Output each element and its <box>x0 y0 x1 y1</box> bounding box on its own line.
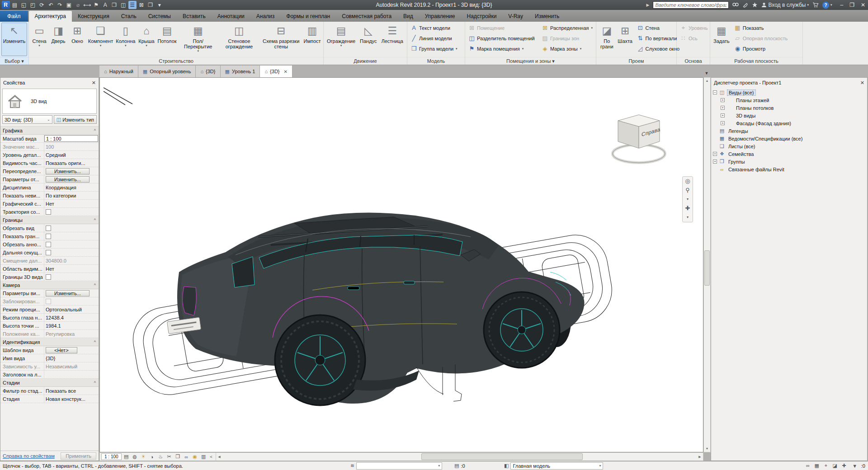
scroll-up-icon[interactable]: ▲ <box>706 78 709 84</box>
modify-button[interactable]: ↖ Изменить▾ <box>1 23 27 56</box>
wall-button[interactable]: ▭ Стена▾ <box>30 23 48 56</box>
tree-item-revit-links[interactable]: ∞ Связанные файлы Revit <box>713 165 867 173</box>
render-dialog-icon[interactable]: ♨ <box>156 453 165 461</box>
ref-plane-button[interactable]: ▱ Опорная плоскость▾ <box>732 33 789 43</box>
temporary-hide-isolate-icon[interactable]: ∞ <box>182 453 191 461</box>
property-value[interactable]: Показать ориги... <box>44 159 99 167</box>
view-tab-ref-level[interactable]: ▦ Опорный уровень <box>138 66 196 77</box>
detail-level-icon[interactable]: ▤ <box>122 453 131 461</box>
show-workplane-button[interactable]: ▦ Показать▾ <box>732 23 789 33</box>
save-icon[interactable]: ◰ <box>29 1 37 9</box>
open-icon[interactable]: ◱ <box>20 1 28 9</box>
tab-collaborate[interactable]: Совместная работа <box>336 11 397 22</box>
column-button[interactable]: ▯ Колонна▾ <box>115 23 137 56</box>
property-value[interactable]: Регулировка <box>44 330 99 338</box>
property-value[interactable] <box>44 240 99 248</box>
editable-elements-icon[interactable]: ▤ <box>454 463 459 469</box>
tree-item-3d-views[interactable]: + 3D виды <box>713 112 867 119</box>
drag-on-selection-icon[interactable]: ✚ <box>840 463 849 469</box>
tree-expander-icon[interactable]: + <box>721 113 725 118</box>
property-value[interactable] <box>44 297 99 305</box>
property-value[interactable]: <Нет> <box>44 346 99 354</box>
property-value[interactable] <box>44 224 99 232</box>
property-value[interactable]: 304800.0 <box>44 257 99 264</box>
horizontal-scroll-thumb[interactable] <box>421 453 583 460</box>
worksets-icon[interactable]: ≋ <box>350 463 354 469</box>
room-separator-button[interactable]: ◫ Разделитель помещений▾ <box>467 33 539 43</box>
dormer-opening-button[interactable]: ◿ Слуховое окно▾ <box>635 44 682 53</box>
tree-expander-icon[interactable]: + <box>713 152 717 156</box>
property-value[interactable]: Ортогональный <box>44 306 99 313</box>
set-workplane-button[interactable]: ▦ Задать▾ <box>712 23 731 56</box>
vertical-scrollbar[interactable]: ▲ ▼ <box>703 77 711 452</box>
opening-by-face-button[interactable]: ◪ По грани▾ <box>598 23 616 56</box>
show-crop-icon[interactable]: ❒ <box>174 453 182 461</box>
navigation-wheel-icon[interactable]: ◎ <box>685 178 690 184</box>
stair-button[interactable]: ☰ Лестница▾ <box>379 23 405 56</box>
panel-select-title[interactable]: Выбор ▾ <box>0 57 28 65</box>
close-button[interactable]: ✕ <box>861 2 865 8</box>
component-button[interactable]: ❏ Компонент▾ <box>87 23 114 56</box>
shadows-icon[interactable]: ◑ <box>148 453 156 461</box>
tab-vray[interactable]: V-Ray <box>502 11 529 22</box>
select-pinned-icon[interactable]: ⌖ <box>821 463 830 469</box>
tree-item-legends[interactable]: ▤ Легенды <box>713 127 867 135</box>
tab-steel[interactable]: Сталь <box>115 11 142 22</box>
project-properties-icon[interactable]: ▤ <box>11 1 19 9</box>
tree-item-floor-plans[interactable]: + Планы этажей <box>713 96 867 104</box>
model-viewport[interactable]: Справа ◎ ⚲ ▾ ✚ ▾ <box>99 77 703 452</box>
level-button[interactable]: ⌖ Уровень▾ <box>678 23 709 33</box>
tab-massing-site[interactable]: Формы и генплан <box>280 11 336 22</box>
tab-analyze[interactable]: Анализ <box>250 11 281 22</box>
property-value[interactable]: Средний <box>44 151 99 159</box>
property-value[interactable]: Независимый <box>44 362 99 370</box>
panel-datum-title[interactable]: Основа <box>677 57 710 65</box>
search-icon[interactable] <box>732 2 739 8</box>
tab-addins[interactable]: Надстройки <box>461 11 503 22</box>
view-scale-button[interactable]: 1 : 100 <box>101 453 122 460</box>
tree-item-views[interactable]: − ◫ Виды (все) <box>713 89 867 96</box>
property-value[interactable]: Изменить... <box>44 175 99 183</box>
apply-button[interactable]: Применить <box>61 452 96 460</box>
select-underlay-icon[interactable]: ▦ <box>812 463 821 469</box>
model-group-button[interactable]: ❒ Группа модели▾ <box>409 44 459 53</box>
view-tab-list-icon[interactable]: ▼ <box>703 71 711 77</box>
tree-item-schedules[interactable]: ▦ Ведомости/Спецификации (все) <box>713 135 867 142</box>
app-store-cart-icon[interactable] <box>812 2 819 8</box>
revit-logo[interactable]: R <box>2 1 10 9</box>
property-value[interactable] <box>44 232 99 240</box>
view-tab-close-icon[interactable]: ✕ <box>284 69 288 74</box>
horizontal-scrollbar[interactable]: ◀ ▶ <box>216 453 703 461</box>
floor-button[interactable]: ▦ Пол/Перекрытие▾ <box>179 23 218 56</box>
default-3d-view-icon[interactable]: ❒ <box>110 1 118 9</box>
property-value[interactable]: Изменить... <box>44 289 99 297</box>
communication-center-icon[interactable] <box>742 2 748 8</box>
tree-item-elevations[interactable]: + Фасады (Фасад здания) <box>713 119 867 127</box>
ceiling-button[interactable]: ▤ Потолок▾ <box>156 23 178 56</box>
undo-icon[interactable]: ↶ <box>47 1 55 9</box>
design-option-select[interactable]: Главная модель▾ <box>510 462 603 470</box>
visual-style-icon[interactable]: ◍ <box>131 453 139 461</box>
shaft-opening-button[interactable]: ⊞ Шахта▾ <box>616 23 634 56</box>
signin-menu[interactable]: Вход в службы▾ <box>761 2 809 8</box>
property-value[interactable]: Координация <box>44 183 99 191</box>
tag-icon[interactable]: ⚑ <box>92 1 100 9</box>
roof-button[interactable]: ⌂ Крыша▾ <box>137 23 156 56</box>
navbar-chevron-icon[interactable]: ▾ <box>687 214 689 221</box>
view-tab-level1[interactable]: ▦ Уровень 1 <box>221 66 260 77</box>
property-value[interactable]: Новая конструк... <box>44 395 99 403</box>
tree-expander-icon[interactable]: − <box>713 90 717 94</box>
edit-type-button[interactable]: ◫ Изменить тип <box>54 115 97 124</box>
tree-expander-icon[interactable]: + <box>713 160 717 164</box>
property-value[interactable]: 1 : 100 <box>44 135 98 142</box>
property-value[interactable]: 12438.4 <box>44 314 99 321</box>
scroll-left-icon[interactable]: ◀ <box>216 455 222 459</box>
tree-expander-icon[interactable]: + <box>721 98 725 102</box>
pan-icon[interactable]: ✚ <box>685 205 690 212</box>
favorites-star-icon[interactable] <box>752 2 758 8</box>
property-value[interactable] <box>44 273 99 281</box>
view-tab-3d-1[interactable]: ⌂ {3D} <box>196 66 220 77</box>
tab-file[interactable]: Файл <box>0 11 28 22</box>
text-icon[interactable]: A <box>101 1 109 9</box>
sync-with-central-icon[interactable]: ⟳ <box>38 1 46 9</box>
